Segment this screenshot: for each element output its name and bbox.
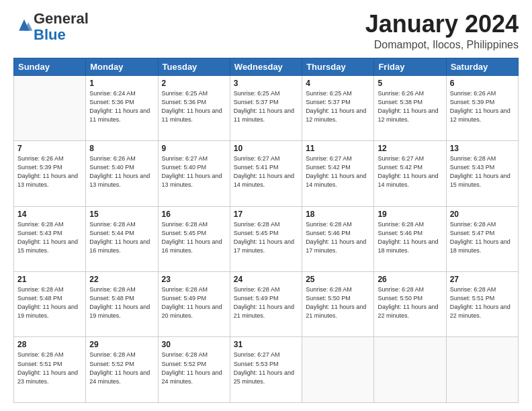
day-number: 10	[234, 144, 298, 153]
day-number: 26	[378, 275, 442, 284]
calendar-table: Sunday Monday Tuesday Wednesday Thursday…	[13, 58, 519, 403]
day-number: 31	[234, 340, 298, 349]
day-info: Sunrise: 6:26 AMSunset: 5:38 PMDaylight:…	[378, 89, 442, 124]
table-row: 20 Sunrise: 6:28 AMSunset: 5:47 PMDaylig…	[446, 206, 518, 271]
calendar-week-row: 1 Sunrise: 6:24 AMSunset: 5:36 PMDayligh…	[14, 75, 519, 140]
day-info: Sunrise: 6:28 AMSunset: 5:46 PMDaylight:…	[306, 220, 370, 255]
title-block: January 2024 Domampot, Ilocos, Philippin…	[365, 11, 519, 51]
day-info: Sunrise: 6:26 AMSunset: 5:39 PMDaylight:…	[17, 154, 82, 189]
table-row: 3 Sunrise: 6:25 AMSunset: 5:37 PMDayligh…	[230, 75, 302, 140]
table-row: 16 Sunrise: 6:28 AMSunset: 5:45 PMDaylig…	[158, 206, 230, 271]
day-info: Sunrise: 6:28 AMSunset: 5:43 PMDaylight:…	[450, 154, 515, 189]
table-row: 31 Sunrise: 6:27 AMSunset: 5:53 PMDaylig…	[230, 337, 302, 403]
table-row: 26 Sunrise: 6:28 AMSunset: 5:50 PMDaylig…	[374, 272, 446, 337]
day-info: Sunrise: 6:24 AMSunset: 5:36 PMDaylight:…	[89, 89, 154, 124]
day-info: Sunrise: 6:25 AMSunset: 5:37 PMDaylight:…	[234, 89, 298, 124]
day-info: Sunrise: 6:27 AMSunset: 5:41 PMDaylight:…	[234, 154, 298, 189]
day-info: Sunrise: 6:28 AMSunset: 5:46 PMDaylight:…	[378, 220, 442, 255]
day-info: Sunrise: 6:28 AMSunset: 5:48 PMDaylight:…	[89, 285, 154, 320]
page: General Blue January 2024 Domampot, Iloc…	[0, 0, 532, 411]
table-row: 4 Sunrise: 6:25 AMSunset: 5:37 PMDayligh…	[302, 75, 374, 140]
day-info: Sunrise: 6:28 AMSunset: 5:52 PMDaylight:…	[89, 351, 154, 385]
header-saturday: Saturday	[446, 58, 518, 75]
table-row	[374, 337, 446, 403]
calendar-week-row: 7 Sunrise: 6:26 AMSunset: 5:39 PMDayligh…	[14, 141, 519, 206]
day-number: 1	[89, 79, 154, 88]
day-number: 2	[162, 79, 226, 88]
table-row	[14, 75, 86, 140]
day-number: 6	[450, 79, 515, 88]
day-info: Sunrise: 6:28 AMSunset: 5:45 PMDaylight:…	[234, 220, 298, 255]
logo: General Blue	[13, 11, 89, 43]
logo-blue-text: Blue	[34, 26, 66, 43]
day-number: 24	[234, 275, 298, 284]
table-row: 17 Sunrise: 6:28 AMSunset: 5:45 PMDaylig…	[230, 206, 302, 271]
logo-general-text: General	[34, 10, 89, 27]
day-info: Sunrise: 6:28 AMSunset: 5:49 PMDaylight:…	[162, 285, 226, 320]
table-row: 19 Sunrise: 6:28 AMSunset: 5:46 PMDaylig…	[374, 206, 446, 271]
header-friday: Friday	[374, 58, 446, 75]
table-row: 28 Sunrise: 6:28 AMSunset: 5:51 PMDaylig…	[14, 337, 86, 403]
day-number: 17	[234, 210, 298, 219]
table-row: 23 Sunrise: 6:28 AMSunset: 5:49 PMDaylig…	[158, 272, 230, 337]
month-title: January 2024	[365, 11, 519, 38]
calendar-header-row: Sunday Monday Tuesday Wednesday Thursday…	[14, 58, 519, 75]
table-row: 12 Sunrise: 6:27 AMSunset: 5:42 PMDaylig…	[374, 141, 446, 206]
table-row: 5 Sunrise: 6:26 AMSunset: 5:38 PMDayligh…	[374, 75, 446, 140]
table-row: 7 Sunrise: 6:26 AMSunset: 5:39 PMDayligh…	[14, 141, 86, 206]
logo-icon	[15, 16, 34, 35]
calendar-week-row: 28 Sunrise: 6:28 AMSunset: 5:51 PMDaylig…	[14, 337, 519, 403]
day-info: Sunrise: 6:28 AMSunset: 5:45 PMDaylight:…	[162, 220, 226, 255]
day-number: 7	[17, 144, 82, 153]
header-wednesday: Wednesday	[230, 58, 302, 75]
day-info: Sunrise: 6:28 AMSunset: 5:44 PMDaylight:…	[89, 220, 154, 255]
day-info: Sunrise: 6:28 AMSunset: 5:48 PMDaylight:…	[17, 285, 82, 320]
table-row	[302, 337, 374, 403]
location-title: Domampot, Ilocos, Philippines	[365, 39, 519, 51]
table-row: 15 Sunrise: 6:28 AMSunset: 5:44 PMDaylig…	[86, 206, 158, 271]
day-number: 20	[450, 210, 515, 219]
day-info: Sunrise: 6:28 AMSunset: 5:43 PMDaylight:…	[17, 220, 82, 255]
day-info: Sunrise: 6:28 AMSunset: 5:51 PMDaylight:…	[450, 285, 515, 320]
day-number: 23	[162, 275, 226, 284]
day-number: 9	[162, 144, 226, 153]
day-number: 15	[89, 210, 154, 219]
day-number: 19	[378, 210, 442, 219]
day-number: 16	[162, 210, 226, 219]
day-number: 21	[17, 275, 82, 284]
table-row: 25 Sunrise: 6:28 AMSunset: 5:50 PMDaylig…	[302, 272, 374, 337]
day-info: Sunrise: 6:27 AMSunset: 5:53 PMDaylight:…	[234, 351, 298, 385]
table-row: 27 Sunrise: 6:28 AMSunset: 5:51 PMDaylig…	[446, 272, 518, 337]
day-number: 27	[450, 275, 515, 284]
table-row: 22 Sunrise: 6:28 AMSunset: 5:48 PMDaylig…	[86, 272, 158, 337]
day-number: 14	[17, 210, 82, 219]
day-info: Sunrise: 6:28 AMSunset: 5:49 PMDaylight:…	[234, 285, 298, 320]
header-thursday: Thursday	[302, 58, 374, 75]
day-number: 13	[450, 144, 515, 153]
day-info: Sunrise: 6:27 AMSunset: 5:40 PMDaylight:…	[162, 154, 226, 189]
day-info: Sunrise: 6:27 AMSunset: 5:42 PMDaylight:…	[378, 154, 442, 189]
header-monday: Monday	[86, 58, 158, 75]
header: General Blue January 2024 Domampot, Iloc…	[13, 11, 519, 51]
day-info: Sunrise: 6:28 AMSunset: 5:50 PMDaylight:…	[378, 285, 442, 320]
day-info: Sunrise: 6:28 AMSunset: 5:52 PMDaylight:…	[162, 351, 226, 385]
calendar-week-row: 21 Sunrise: 6:28 AMSunset: 5:48 PMDaylig…	[14, 272, 519, 337]
day-number: 4	[306, 79, 370, 88]
day-number: 5	[378, 79, 442, 88]
table-row: 29 Sunrise: 6:28 AMSunset: 5:52 PMDaylig…	[86, 337, 158, 403]
table-row: 1 Sunrise: 6:24 AMSunset: 5:36 PMDayligh…	[86, 75, 158, 140]
table-row: 14 Sunrise: 6:28 AMSunset: 5:43 PMDaylig…	[14, 206, 86, 271]
header-tuesday: Tuesday	[158, 58, 230, 75]
day-number: 30	[162, 340, 226, 349]
calendar-week-row: 14 Sunrise: 6:28 AMSunset: 5:43 PMDaylig…	[14, 206, 519, 271]
table-row: 21 Sunrise: 6:28 AMSunset: 5:48 PMDaylig…	[14, 272, 86, 337]
table-row: 9 Sunrise: 6:27 AMSunset: 5:40 PMDayligh…	[158, 141, 230, 206]
table-row: 30 Sunrise: 6:28 AMSunset: 5:52 PMDaylig…	[158, 337, 230, 403]
table-row: 10 Sunrise: 6:27 AMSunset: 5:41 PMDaylig…	[230, 141, 302, 206]
day-info: Sunrise: 6:27 AMSunset: 5:42 PMDaylight:…	[306, 154, 370, 189]
day-info: Sunrise: 6:25 AMSunset: 5:36 PMDaylight:…	[162, 89, 226, 124]
day-number: 28	[17, 340, 82, 349]
day-number: 11	[306, 144, 370, 153]
table-row: 11 Sunrise: 6:27 AMSunset: 5:42 PMDaylig…	[302, 141, 374, 206]
day-number: 3	[234, 79, 298, 88]
